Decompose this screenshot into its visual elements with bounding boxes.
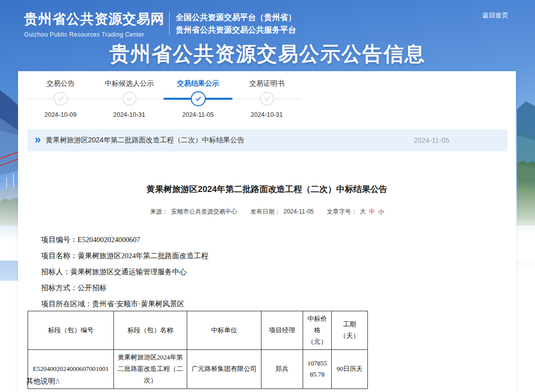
col-winning-price: 中标价格（元）	[303, 311, 332, 350]
double-chevron-icon: »	[35, 134, 41, 145]
col-section-number: 标段（包）编号	[28, 311, 114, 350]
step-track	[164, 89, 232, 108]
publish-date-value: 2024-11-05	[284, 208, 314, 215]
source-label: 来源：	[150, 208, 168, 215]
step-label: 交易证明书	[232, 77, 301, 89]
check-icon	[126, 95, 133, 102]
step-trade-result-publicity[interactable]: 交易结果公示 2024-11-05	[164, 77, 232, 118]
step-check-circle	[54, 92, 68, 106]
cell-project-manager: 郑兵	[261, 350, 303, 388]
col-project-manager: 项目经理	[261, 311, 303, 350]
source-value: 安顺市公共资源交易中心	[171, 208, 237, 215]
step-check-circle	[122, 92, 137, 106]
check-icon	[57, 95, 64, 102]
step-date: 2024-10-31	[95, 111, 164, 118]
cell-section-name: 黄果树旅游区2024年第二批路面改造工程（二次）	[114, 350, 187, 388]
result-table: 标段（包）编号 标段（包）名称 中标单位 项目经理 中标价格（元） 工期（天） …	[28, 311, 368, 389]
fontsize-medium-link[interactable]: 中	[369, 208, 375, 215]
step-track	[232, 89, 301, 108]
platform-line-1: 全国公共资源交易平台（贵州省）	[176, 11, 296, 24]
fontsize-small-link[interactable]: 小	[378, 208, 384, 215]
step-track	[95, 89, 164, 108]
platform-names: 全国公共资源交易平台（贵州省） 贵州省公共资源交易公共服务平台	[176, 11, 296, 36]
check-icon	[263, 95, 271, 102]
platform-line-2: 贵州省公共资源交易公共服务平台	[176, 24, 296, 36]
notice-date: 2024-11-05	[414, 136, 449, 144]
step-winning-candidate-publicity[interactable]: 中标候选人公示 2024-10-31	[95, 77, 164, 118]
field-tender-method: 招标方式：公开招标	[41, 280, 209, 296]
article-title: 黄果树旅游区2024年第二批路面改造工程（二次）中标结果公告	[18, 183, 516, 195]
field-project-region: 项目所在区域：贵州省·安顺市·黄果树风景区	[41, 296, 209, 312]
content-card: 交易公告 2024-10-09 中标候选人公示 2024-10-31	[18, 71, 516, 392]
col-section-name: 标段（包）名称	[114, 311, 187, 350]
site-name: 贵州省公共资源交易网	[24, 10, 165, 28]
step-date: 2024-10-09	[26, 111, 95, 118]
fontsize-label: 文章字号：	[327, 208, 357, 215]
step-date: 2024-11-05	[164, 111, 232, 118]
table-row: E5204002024000607001001 黄果树旅游区2024年第二批路面…	[28, 350, 368, 388]
cell-duration: 90日历天	[332, 350, 368, 388]
col-winning-bidder: 中标单位	[187, 311, 261, 350]
cell-winning-price: 10785585.78	[303, 350, 332, 388]
field-tenderer: 招标人：黄果树旅游区交通运输管理服务中心	[41, 264, 209, 280]
site-logo[interactable]: 贵州省公共资源交易网 Guizhou Public Resources Trad…	[24, 10, 165, 38]
field-project-number: 项目编号：E5204002024000607	[41, 232, 209, 248]
step-check-circle	[260, 92, 274, 106]
header-divider	[169, 12, 170, 35]
step-label: 交易公告	[26, 77, 95, 89]
fontsize-large-link[interactable]: 大	[360, 208, 366, 215]
page-title: 贵州省公共资源交易公示公告信息	[0, 40, 535, 68]
process-stepper: 交易公告 2024-10-09 中标候选人公示 2024-10-31	[26, 77, 301, 118]
step-trade-certificate[interactable]: 交易证明书 2024-10-31	[232, 77, 301, 118]
check-icon	[195, 95, 202, 102]
step-label: 交易结果公示	[164, 77, 232, 89]
site-name-english: Guizhou Public Resources Trading Center	[24, 31, 165, 38]
step-track	[26, 89, 95, 108]
article-meta: 来源：安顺市公共资源交易中心发布日期：2024-11-05文章字号：大中小	[18, 208, 516, 216]
cell-winning-bidder: 广元路桥集团有限公司	[187, 350, 261, 388]
publish-date-label: 发布日期：	[250, 208, 281, 215]
step-trade-announcement[interactable]: 交易公告 2024-10-09	[26, 77, 95, 118]
notice-title: 黄果树旅游区2024年第二批路面改造工程（二次）中标结果公告	[46, 136, 244, 145]
project-fields: 项目编号：E5204002024000607 项目名称：黄果树旅游区2024年第…	[41, 232, 209, 312]
field-project-name: 项目名称：黄果树旅游区2024年第二批路面改造工程	[41, 248, 209, 264]
table-header-row: 标段（包）编号 标段（包）名称 中标单位 项目经理 中标价格（元） 工期（天）	[28, 311, 368, 350]
notice-row[interactable]: » 黄果树旅游区2024年第二批路面改造工程（二次）中标结果公告 2024-11…	[28, 129, 507, 151]
page: 贵州省公共资源交易网 Guizhou Public Resources Trad…	[0, 0, 535, 392]
col-duration: 工期（天）	[332, 311, 368, 350]
step-check-circle	[191, 91, 206, 106]
back-home-link[interactable]: 返回首页	[482, 11, 508, 20]
step-date: 2024-10-31	[232, 111, 301, 118]
step-label: 中标候选人公示	[95, 77, 164, 89]
other-note: 其他说明:\	[26, 376, 59, 386]
